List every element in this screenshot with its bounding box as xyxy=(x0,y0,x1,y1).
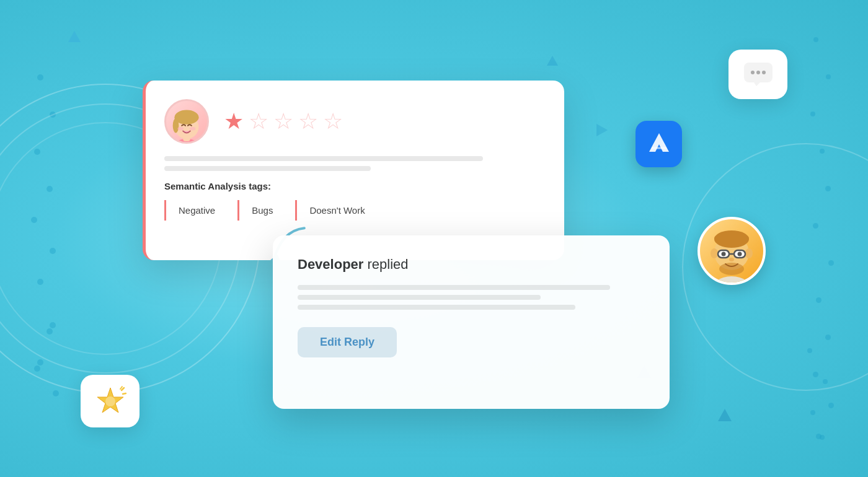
review-card: ★ ☆ ☆ ☆ ☆ Semantic Analysis tags: Negati… xyxy=(143,81,564,260)
card-top: ★ ☆ ☆ ☆ ☆ xyxy=(164,99,539,144)
svg-point-21 xyxy=(719,263,744,275)
chat-bubble-icon xyxy=(743,61,774,87)
svg-point-29 xyxy=(190,127,196,131)
star-5: ☆ xyxy=(323,110,343,133)
svg-point-2 xyxy=(756,71,760,74)
svg-line-6 xyxy=(122,388,124,390)
reply-card-title: Developer replied xyxy=(298,256,645,273)
svg-point-3 xyxy=(762,71,766,74)
star-badge-icon xyxy=(94,385,126,418)
reviewer-avatar xyxy=(164,99,209,144)
svg-point-19 xyxy=(738,252,742,256)
tags-section-label: Semantic Analysis tags: xyxy=(164,181,539,191)
developer-label: Developer xyxy=(298,256,363,272)
star-3: ☆ xyxy=(273,110,293,133)
svg-point-28 xyxy=(177,127,184,131)
edit-reply-button[interactable]: Edit Reply xyxy=(298,327,397,357)
svg-point-14 xyxy=(745,248,753,258)
svg-point-1 xyxy=(751,71,755,74)
triangle-5 xyxy=(596,124,608,136)
star-1: ★ xyxy=(224,110,244,133)
svg-rect-26 xyxy=(175,115,199,121)
developer-avatar xyxy=(698,217,766,285)
svg-point-20 xyxy=(729,258,734,261)
appstore-icon-wrap xyxy=(636,121,682,167)
girl-avatar-svg xyxy=(166,100,207,142)
svg-line-8 xyxy=(120,387,122,389)
tags-row: Negative Bugs Doesn't Work xyxy=(164,200,539,221)
star-rating: ★ ☆ ☆ ☆ ☆ xyxy=(224,110,343,133)
star-4: ☆ xyxy=(298,110,318,133)
appstore-icon xyxy=(645,131,673,158)
tag-negative: Negative xyxy=(164,200,228,221)
star-2: ☆ xyxy=(249,110,268,133)
triangle-4 xyxy=(718,409,732,421)
developer-avatar-svg xyxy=(701,221,763,282)
reply-line-1 xyxy=(298,285,610,290)
svg-point-18 xyxy=(722,252,726,256)
reply-line-2 xyxy=(298,295,541,300)
svg-point-5 xyxy=(105,396,115,406)
review-line-2 xyxy=(164,166,371,171)
svg-point-13 xyxy=(711,248,718,258)
reply-card: Developer replied Edit Reply xyxy=(273,235,670,409)
svg-line-7 xyxy=(123,393,126,394)
svg-rect-12 xyxy=(714,235,749,242)
svg-point-27 xyxy=(173,118,179,133)
review-line-1 xyxy=(164,156,483,161)
reply-text-lines xyxy=(298,285,645,310)
reply-line-3 xyxy=(298,305,575,310)
chat-icon-wrap xyxy=(728,50,787,99)
review-text-lines xyxy=(164,156,539,171)
replied-label: replied xyxy=(363,256,408,272)
star-icon-wrap xyxy=(81,375,140,427)
tag-doesnt-work: Doesn't Work xyxy=(295,200,377,221)
triangle-1 xyxy=(68,31,81,42)
triangle-2 xyxy=(547,56,558,66)
